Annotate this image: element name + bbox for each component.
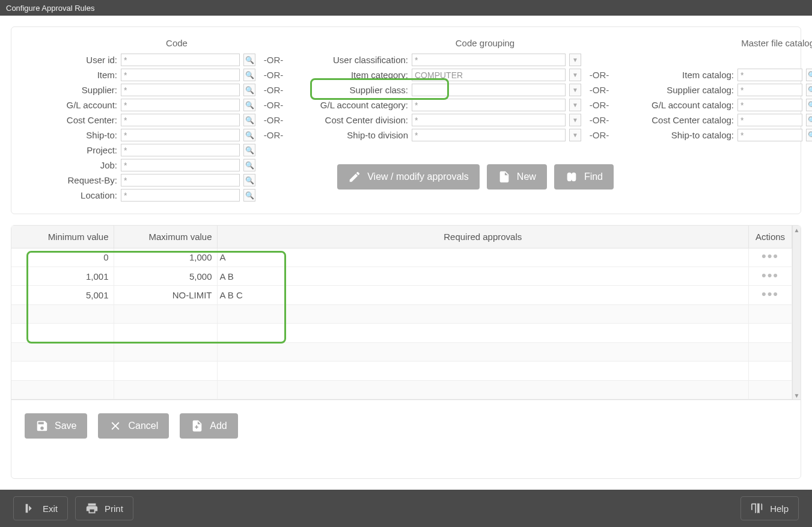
shipto-input[interactable] <box>121 129 240 141</box>
search-icon[interactable]: 🔍 <box>243 114 255 126</box>
edit-icon <box>348 170 361 183</box>
search-icon[interactable]: 🔍 <box>806 99 812 111</box>
scrollbar[interactable]: ▲ ▼ <box>792 226 801 399</box>
search-icon[interactable]: 🔍 <box>243 84 255 96</box>
user-id-input[interactable] <box>121 54 240 66</box>
more-icon[interactable]: ••• <box>762 248 779 264</box>
supplierclass-input[interactable] <box>412 84 566 96</box>
search-icon[interactable]: 🔍 <box>243 144 255 156</box>
chevron-down-icon[interactable]: ▼ <box>569 129 581 141</box>
or-text: -OR- <box>259 130 288 140</box>
actions-cell[interactable]: ••• <box>749 267 792 285</box>
binoculars-icon <box>565 170 578 183</box>
new-button[interactable]: New <box>487 164 547 190</box>
cccatalog-label: Cost Center catalog: <box>632 115 734 125</box>
content-area: Code User id:🔍-OR- Item:🔍-OR- Supplier:🔍… <box>0 16 812 490</box>
save-button[interactable]: Save <box>25 413 87 439</box>
location-label: Location: <box>27 190 117 200</box>
max-header[interactable]: Maximum value <box>114 226 217 248</box>
view-modify-button[interactable]: View / modify approvals <box>337 164 480 190</box>
cccatalog-input[interactable] <box>737 114 802 126</box>
help-icon <box>751 502 764 515</box>
chevron-down-icon[interactable]: ▼ <box>569 99 581 111</box>
exit-button[interactable]: Exit <box>13 496 68 520</box>
req-header[interactable]: Required approvals <box>217 226 749 248</box>
print-icon <box>85 502 99 515</box>
job-input[interactable] <box>121 159 240 171</box>
shipdiv-label: Ship-to division <box>306 130 408 140</box>
table-row-empty <box>11 342 792 361</box>
shipdiv-input[interactable] <box>412 129 566 141</box>
location-input[interactable] <box>121 189 240 202</box>
exit-label: Exit <box>43 504 58 514</box>
itemcatalog-label: Item catalog: <box>632 70 734 80</box>
find-button[interactable]: Find <box>554 164 614 190</box>
document-icon <box>498 170 511 183</box>
table-row[interactable]: 01,000A••• <box>11 248 792 267</box>
catalog-header: Master file catalog <box>632 38 812 52</box>
footer-buttons: Save Cancel Add <box>11 400 801 452</box>
or-text: -OR- <box>585 115 614 125</box>
catalog-column: Master file catalog Item catalog:🔍 Suppl… <box>632 38 812 203</box>
new-label: New <box>517 171 536 182</box>
table-container: Minimum value Maximum value Required app… <box>11 226 801 400</box>
max-cell: NO-LIMIT <box>114 286 217 304</box>
help-button[interactable]: Help <box>740 496 799 520</box>
add-label: Add <box>210 421 227 431</box>
print-button[interactable]: Print <box>75 496 133 520</box>
cancel-button[interactable]: Cancel <box>98 413 169 439</box>
gl-input[interactable] <box>121 99 240 111</box>
search-icon[interactable]: 🔍 <box>243 129 255 141</box>
search-icon[interactable]: 🔍 <box>243 69 255 81</box>
code-header: Code <box>117 38 236 52</box>
scroll-down-icon[interactable]: ▼ <box>793 391 801 399</box>
actions-cell[interactable]: ••• <box>749 248 792 267</box>
search-icon[interactable]: 🔍 <box>243 189 255 202</box>
search-icon[interactable]: 🔍 <box>806 84 812 96</box>
requestby-input[interactable] <box>121 174 240 186</box>
min-header[interactable]: Minimum value <box>11 226 114 248</box>
user-id-label: User id: <box>27 55 117 65</box>
glcat-input[interactable] <box>412 99 566 111</box>
chevron-down-icon[interactable]: ▼ <box>569 69 581 81</box>
search-icon[interactable]: 🔍 <box>243 159 255 171</box>
cc-input[interactable] <box>121 114 240 126</box>
table-row[interactable]: 5,001NO-LIMITA B C••• <box>11 286 792 304</box>
or-text: -OR- <box>585 70 614 80</box>
save-icon <box>35 419 49 433</box>
suppliercatalog-input[interactable] <box>737 84 802 96</box>
glcatalog-input[interactable] <box>737 99 802 111</box>
supplier-label: Supplier: <box>27 85 117 95</box>
table-row-empty <box>11 362 792 380</box>
itemcatalog-input[interactable] <box>737 69 802 81</box>
add-button[interactable]: Add <box>180 413 237 439</box>
ccdiv-input[interactable] <box>412 114 566 126</box>
titlebar: Configure Approval Rules <box>0 0 812 16</box>
grouping-header: Code grouping <box>408 38 562 52</box>
search-icon[interactable]: 🔍 <box>806 69 812 81</box>
scroll-up-icon[interactable]: ▲ <box>793 226 801 234</box>
shipcatalog-input[interactable] <box>737 129 802 141</box>
userclass-input[interactable] <box>412 54 566 66</box>
search-icon[interactable]: 🔍 <box>243 99 255 111</box>
search-icon[interactable]: 🔍 <box>243 54 255 66</box>
more-icon[interactable]: ••• <box>762 286 779 301</box>
search-icon[interactable]: 🔍 <box>243 174 255 186</box>
chevron-down-icon[interactable]: ▼ <box>569 84 581 96</box>
search-icon[interactable]: 🔍 <box>806 114 812 126</box>
table-row[interactable]: 1,0015,000A B••• <box>11 267 792 285</box>
suppliercatalog-label: Supplier catalog: <box>632 85 734 95</box>
act-header[interactable]: Actions <box>749 226 792 248</box>
project-input[interactable] <box>121 144 240 156</box>
or-text: -OR- <box>259 100 288 110</box>
search-icon[interactable]: 🔍 <box>806 129 812 141</box>
supplier-input[interactable] <box>121 84 240 96</box>
req-cell: A B <box>217 267 749 285</box>
chevron-down-icon[interactable]: ▼ <box>569 114 581 126</box>
more-icon[interactable]: ••• <box>762 268 779 283</box>
chevron-down-icon[interactable]: ▼ <box>569 54 581 66</box>
shipcatalog-label: Ship-to catalog: <box>632 130 734 140</box>
actions-cell[interactable]: ••• <box>749 286 792 304</box>
item-input[interactable] <box>121 69 240 81</box>
itemcat-input[interactable] <box>412 69 566 81</box>
